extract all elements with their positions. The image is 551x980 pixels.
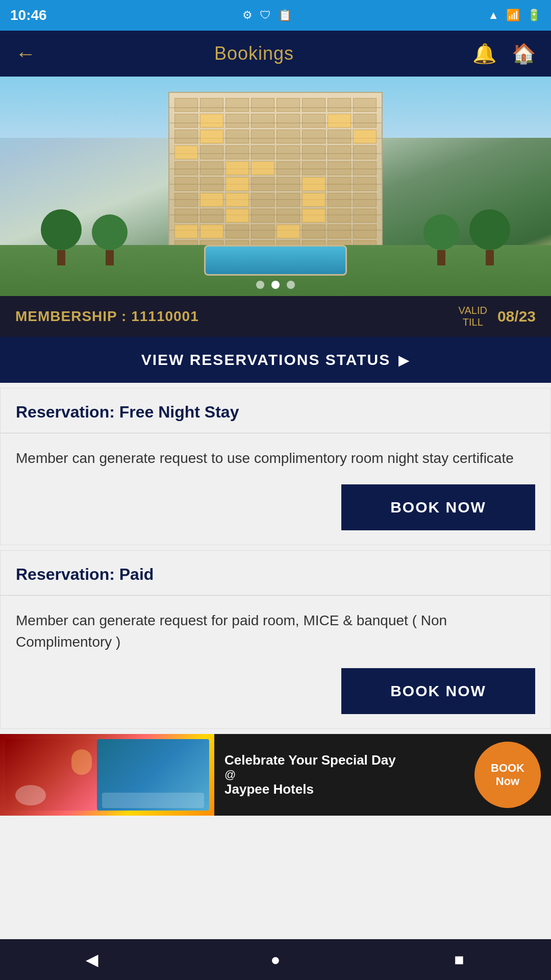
carousel-dot-2[interactable] [271,281,280,289]
status-icons: ⚙ 🛡 📋 [242,9,292,22]
window-cell [353,114,377,128]
paid-reservation-card: Reservation: Paid Member can generate re… [0,550,551,729]
free-night-stay-title: Reservation: Free Night Stay [16,403,239,421]
window-cell [226,130,249,143]
window-cell [226,114,249,128]
paid-reservation-header: Reservation: Paid [1,551,550,596]
clipboard-icon: 📋 [278,9,292,22]
window-cell [174,225,198,238]
window-cell [251,98,274,112]
window-cell [353,177,377,191]
window-cell [226,225,249,238]
back-button[interactable]: ← [15,42,36,65]
banner-book-now-button[interactable]: BOOKNow [474,742,541,808]
view-reservations-label: VIEW RESERVATIONS STATUS [141,351,391,369]
window-cell [174,114,198,128]
window-cell [174,193,198,207]
window-cell [251,114,274,128]
window-cell [328,161,351,175]
tree-right-1 [469,209,510,265]
book-now-paid-button[interactable]: BOOK NOW [341,668,535,714]
carousel-dot-1[interactable] [256,281,264,289]
wifi-icon: ▲ [488,9,499,22]
valid-till-label: VALID [459,305,487,316]
status-time: 10:46 [10,7,47,23]
window-cell [251,130,274,143]
bottom-nav-bar: ◀ ● ■ [0,939,551,980]
membership-validity: VALID TILL 08/23 [459,305,536,328]
window-cell [200,193,223,207]
window-cell [353,145,377,159]
window-cell [277,161,300,175]
paid-reservation-body: Member can generate request for paid roo… [1,596,550,728]
banner-image [0,734,214,816]
membership-bar: MEMBERSHIP : 11110001 VALID TILL 08/23 [0,296,551,337]
nav-bar: ← Bookings 🔔 🏠 [0,31,551,77]
arrow-right-icon: ▶ [398,352,410,369]
tree-left-1 [41,209,82,265]
window-cell [302,145,325,159]
window-cell [226,193,249,207]
window-cell [251,193,274,207]
window-cell [328,225,351,238]
window-cell [200,130,223,143]
carousel-dot-3[interactable] [287,281,295,289]
window-cell [174,161,198,175]
window-cell [277,177,300,191]
signal-icon: 📶 [506,9,520,22]
tree-right-2 [423,214,459,265]
window-cell [328,98,351,112]
window-cell [277,209,300,223]
book-now-free-night-button[interactable]: BOOK NOW [341,484,535,530]
window-cell [226,98,249,112]
membership-info: MEMBERSHIP : 11110001 [15,308,199,325]
window-cell [251,209,274,223]
status-bar: 10:46 ⚙ 🛡 📋 ▲ 📶 🔋 [0,0,551,31]
square-nav-icon: ■ [454,950,464,969]
free-night-stay-description: Member can generate request to use compl… [16,448,535,469]
free-night-stay-header: Reservation: Free Night Stay [1,388,550,433]
window-cell [277,193,300,207]
hotel-building [168,92,383,260]
window-cell [277,225,300,238]
home-nav-icon: ● [270,950,280,969]
paid-reservation-title: Reservation: Paid [16,565,154,583]
window-cell [200,114,223,128]
window-cell [226,177,249,191]
windows-grid [174,98,377,254]
back-nav-icon: ◀ [86,950,98,969]
nav-right-buttons: 🔔 🏠 [472,42,536,65]
window-cell [277,130,300,143]
hotel-pool [204,245,347,276]
home-nav-button[interactable]: ● [260,944,291,975]
notification-bell-icon[interactable]: 🔔 [472,42,496,65]
window-cell [328,145,351,159]
window-cell [174,177,198,191]
window-cell [226,209,249,223]
window-cell [328,193,351,207]
window-cell [174,209,198,223]
window-cell [251,161,274,175]
window-cell [200,98,223,112]
window-cell [174,130,198,143]
shield-icon: 🛡 [260,9,271,22]
window-cell [353,98,377,112]
paid-reservation-description: Member can generate request for paid roo… [16,610,535,653]
membership-label: MEMBERSHIP : 11110001 [15,308,199,324]
window-cell [302,225,325,238]
free-night-stay-body: Member can generate request to use compl… [1,433,550,545]
page-title: Bookings [214,43,294,64]
window-cell [251,177,274,191]
window-cell [328,209,351,223]
back-nav-button[interactable]: ◀ [77,944,107,975]
window-cell [226,161,249,175]
window-cell [353,209,377,223]
window-cell [328,177,351,191]
square-nav-button[interactable]: ■ [444,944,474,975]
free-night-stay-card: Reservation: Free Night Stay Member can … [0,388,551,545]
promotional-banner: Celebrate Your Special Day @ Jaypee Hote… [0,734,551,816]
window-cell [353,130,377,143]
view-reservations-button[interactable]: VIEW RESERVATIONS STATUS ▶ [0,337,551,383]
home-icon[interactable]: 🏠 [512,42,536,65]
window-cell [353,193,377,207]
